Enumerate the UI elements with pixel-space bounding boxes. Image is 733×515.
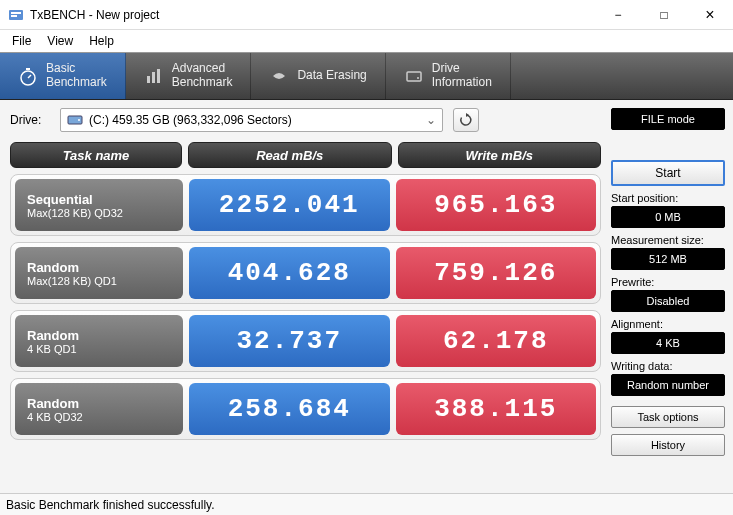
task-cell: Random 4 KB QD1 [15, 315, 183, 367]
prewrite-value[interactable]: Disabled [611, 290, 725, 312]
task-name-line1: Random [27, 328, 79, 343]
disk-icon [67, 112, 83, 128]
write-value: 62.178 [396, 315, 597, 367]
write-value: 759.126 [396, 247, 597, 299]
benchmark-row: Sequential Max(128 KB) QD32 2252.041 965… [10, 174, 601, 236]
write-value: 965.163 [396, 179, 597, 231]
task-cell: Random Max(128 KB) QD1 [15, 247, 183, 299]
status-text: Basic Benchmark finished successfully. [6, 498, 215, 512]
writing-data-value[interactable]: Random number [611, 374, 725, 396]
svg-rect-8 [157, 69, 160, 83]
chevron-down-icon: ⌄ [426, 113, 436, 127]
refresh-button[interactable] [453, 108, 479, 132]
minimize-button[interactable]: − [595, 0, 641, 30]
writing-data-label: Writing data: [611, 360, 725, 372]
tab-basic-benchmark[interactable]: Basic Benchmark [0, 53, 126, 99]
maximize-icon: □ [660, 8, 667, 22]
stopwatch-icon [18, 66, 38, 86]
task-cell: Sequential Max(128 KB) QD32 [15, 179, 183, 231]
tab-drive-information[interactable]: Drive Information [386, 53, 511, 99]
benchmark-row: Random Max(128 KB) QD1 404.628 759.126 [10, 242, 601, 304]
tab-advanced-benchmark[interactable]: Advanced Benchmark [126, 53, 252, 99]
task-name-line2: 4 KB QD1 [27, 343, 77, 355]
tab-label: Advanced Benchmark [172, 62, 233, 90]
erase-icon [269, 66, 289, 86]
measurement-size-label: Measurement size: [611, 234, 725, 246]
drive-selected-text: (C:) 459.35 GB (963,332,096 Sectors) [89, 113, 292, 127]
window-title: TxBENCH - New project [30, 8, 595, 22]
close-icon: × [705, 6, 714, 24]
maximize-button[interactable]: □ [641, 0, 687, 30]
svg-rect-2 [11, 15, 17, 17]
file-mode-button[interactable]: FILE mode [611, 108, 725, 130]
history-button[interactable]: History [611, 434, 725, 456]
benchmark-row: Random 4 KB QD1 32.737 62.178 [10, 310, 601, 372]
task-name-line2: Max(128 KB) QD32 [27, 207, 123, 219]
write-value: 388.115 [396, 383, 597, 435]
header-task: Task name [10, 142, 182, 168]
start-position-label: Start position: [611, 192, 725, 204]
menu-view[interactable]: View [39, 32, 81, 50]
svg-line-4 [28, 75, 31, 78]
header-read: Read mB/s [188, 142, 392, 168]
svg-rect-7 [152, 72, 155, 83]
benchmark-row: Random 4 KB QD32 258.684 388.115 [10, 378, 601, 440]
svg-point-12 [78, 119, 80, 121]
close-button[interactable]: × [687, 0, 733, 30]
drive-label: Drive: [10, 113, 50, 127]
menu-file[interactable]: File [4, 32, 39, 50]
svg-rect-6 [147, 76, 150, 83]
tab-label: Basic Benchmark [46, 62, 107, 90]
read-value: 32.737 [189, 315, 390, 367]
read-value: 258.684 [189, 383, 390, 435]
task-cell: Random 4 KB QD32 [15, 383, 183, 435]
minimize-icon: − [614, 8, 621, 22]
tab-label: Data Erasing [297, 69, 366, 83]
svg-rect-9 [407, 72, 421, 81]
task-name-line1: Random [27, 396, 79, 411]
svg-point-10 [417, 77, 419, 79]
measurement-size-value[interactable]: 512 MB [611, 248, 725, 270]
task-options-button[interactable]: Task options [611, 406, 725, 428]
alignment-value[interactable]: 4 KB [611, 332, 725, 354]
task-name-line1: Sequential [27, 192, 93, 207]
read-value: 404.628 [189, 247, 390, 299]
tab-data-erasing[interactable]: Data Erasing [251, 53, 385, 99]
task-name-line2: Max(128 KB) QD1 [27, 275, 117, 287]
app-icon [8, 7, 24, 23]
drive-icon [404, 66, 424, 86]
start-button[interactable]: Start [611, 160, 725, 186]
bar-chart-icon [144, 66, 164, 86]
prewrite-label: Prewrite: [611, 276, 725, 288]
tab-label: Drive Information [432, 62, 492, 90]
refresh-icon [459, 113, 473, 127]
svg-rect-1 [11, 12, 21, 14]
alignment-label: Alignment: [611, 318, 725, 330]
task-name-line1: Random [27, 260, 79, 275]
header-write: Write mB/s [398, 142, 602, 168]
read-value: 2252.041 [189, 179, 390, 231]
svg-rect-5 [26, 68, 30, 70]
start-position-value[interactable]: 0 MB [611, 206, 725, 228]
task-name-line2: 4 KB QD32 [27, 411, 83, 423]
menu-help[interactable]: Help [81, 32, 122, 50]
drive-select[interactable]: (C:) 459.35 GB (963,332,096 Sectors) ⌄ [60, 108, 443, 132]
